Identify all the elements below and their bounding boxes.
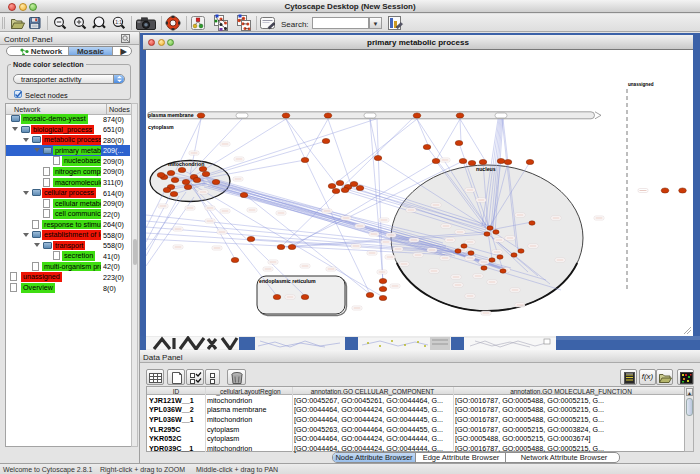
- svg-text:mitochondrion: mitochondrion: [168, 161, 204, 167]
- svg-text:endoplasmic reticulum: endoplasmic reticulum: [259, 278, 316, 284]
- svg-text:nucleus: nucleus: [476, 166, 496, 172]
- svg-text:plasma membrane: plasma membrane: [148, 112, 194, 118]
- svg-text:cytoplasm: cytoplasm: [148, 124, 174, 130]
- svg-text:1:1: 1:1: [115, 19, 122, 25]
- svg-text:unassigned: unassigned: [628, 82, 654, 87]
